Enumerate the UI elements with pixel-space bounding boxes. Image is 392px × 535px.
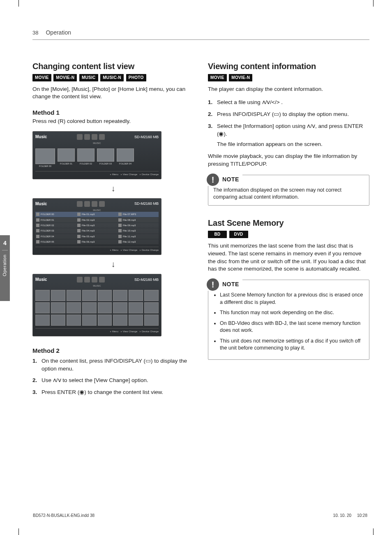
screenshot-view-grid: Music SD-M2160 MB MUSIC Menu View Change… bbox=[32, 274, 161, 336]
method1-title: Method 1 bbox=[32, 108, 194, 117]
grid-thumb bbox=[35, 290, 50, 301]
down-arrow-icon: ↓ bbox=[32, 183, 194, 194]
note-box-1: ! NOTE The information displayed on the … bbox=[208, 175, 369, 206]
left-column: Changing content list view MOVIE MOVIE-N… bbox=[32, 60, 194, 401]
note2-item: Last Scene Memory function for a previou… bbox=[220, 292, 364, 306]
sec1-step-2: Press INFO/DISPLAY (▭) to display the op… bbox=[208, 111, 369, 118]
footer-device: Device Change bbox=[140, 173, 159, 176]
note-icon: ! bbox=[207, 278, 219, 291]
side-tab: 4 Operation bbox=[0, 235, 10, 301]
method2-steps: On the content list, press INFO/DISPLAY … bbox=[32, 357, 194, 397]
side-tab-number: 4 bbox=[2, 239, 8, 250]
page-footer: BD572-N-BUSALLK-ENG.indd 38 10. 10. 20 1… bbox=[33, 513, 367, 519]
crop-mark-top bbox=[18, 0, 374, 7]
folder-thumb bbox=[58, 148, 75, 162]
note-label: NOTE bbox=[222, 176, 239, 184]
tab-sub: MUSIC bbox=[35, 141, 159, 145]
disk-label: SD-M2160 MB bbox=[134, 134, 159, 140]
screenshot-view-list: Music SD-M2160 MB MUSIC FOLDER 00File 01… bbox=[32, 198, 161, 255]
badge-bd: BD bbox=[208, 231, 227, 238]
sec1-after: While movie playback, you can display th… bbox=[208, 153, 369, 168]
sec1-step3-sub: The file information appears on the scre… bbox=[217, 141, 369, 148]
section-title-last-scene: Last Scene Memory bbox=[208, 217, 369, 229]
badge-movie-n: MOVIE-N bbox=[53, 74, 77, 81]
note2-list: Last Scene Memory function for a previou… bbox=[213, 292, 364, 352]
footer-file: BD572-N-BUSALLK-ENG.indd 38 bbox=[33, 513, 95, 519]
page-header: 38 Operation bbox=[32, 29, 369, 40]
badges-last-scene: BD DVD bbox=[208, 230, 369, 238]
sec1-intro: The player can display the content infor… bbox=[208, 86, 369, 93]
tab-icons bbox=[77, 134, 105, 140]
badge-movie: MOVIE bbox=[208, 74, 227, 81]
folder-thumb bbox=[117, 148, 134, 162]
crop-mark-bottom bbox=[18, 528, 374, 535]
sec1-step-1: Select a file using ᴧ/ᴠ/</> . bbox=[208, 99, 369, 107]
right-column: Viewing content information MOVIE MOVIE-… bbox=[208, 60, 369, 401]
method2-step-3: Press ENTER (◉) to change the content li… bbox=[32, 389, 194, 396]
badge-dvd: DVD bbox=[229, 231, 248, 238]
note-box-2: ! NOTE Last Scene Memory function for a … bbox=[208, 280, 369, 360]
page-number: 38 bbox=[32, 29, 38, 37]
intro-text: On the [Movie], [Music], [Photo] or [Hom… bbox=[32, 86, 194, 101]
badge-movie: MOVIE bbox=[32, 74, 51, 81]
badge-photo: PHOTO bbox=[126, 74, 146, 81]
note1-text: The information displayed on the screen … bbox=[213, 187, 364, 201]
sec1-step-3: Select the [Information] option using ᴧ/… bbox=[208, 123, 369, 148]
note2-item: This unit does not memorize settings of … bbox=[220, 338, 364, 352]
note-icon: ! bbox=[207, 174, 219, 186]
folder-thumb bbox=[77, 148, 95, 162]
footer-menu: Menu bbox=[110, 173, 118, 176]
note2-item: This function may not work depending on … bbox=[220, 309, 364, 317]
badges-changing-view: MOVIE MOVIE-N MUSIC MUSIC-N PHOTO bbox=[32, 74, 194, 81]
sec2-text: This unit memorizes the last scene from … bbox=[208, 242, 369, 273]
section-title-changing-view: Changing content list view bbox=[32, 60, 194, 72]
badge-music: MUSIC bbox=[79, 74, 98, 81]
method2-step-1: On the content list, press INFO/DISPLAY … bbox=[32, 357, 194, 373]
header-title: Operation bbox=[46, 29, 71, 37]
screen-title: Music bbox=[35, 134, 47, 140]
method2-title: Method 2 bbox=[32, 346, 194, 355]
footer-date: 10. 10. 20 bbox=[333, 513, 351, 518]
section-title-viewing-info: Viewing content information bbox=[208, 60, 369, 72]
badge-movie-n: MOVIE-N bbox=[229, 74, 252, 81]
footer-time: 10:28 bbox=[357, 513, 367, 518]
note-label: NOTE bbox=[222, 280, 239, 289]
badge-music-n: MUSIC-N bbox=[100, 74, 124, 81]
folder-thumb bbox=[97, 148, 114, 162]
folder-thumb bbox=[35, 148, 55, 164]
footer-viewchange: View Change bbox=[121, 173, 137, 176]
screenshot-view-thumbs: Music SD-M2160 MB MUSIC FOLDER 00 FOLDER… bbox=[32, 131, 161, 179]
note2-item: On BD-Video discs with BD-J, the last sc… bbox=[220, 320, 364, 334]
down-arrow-icon: ↓ bbox=[32, 258, 194, 270]
method1-text: Press red (R) colored button repeatedly. bbox=[32, 118, 194, 125]
method2-step-2: Use ᴧ/ᴠ to select the [View Change] opti… bbox=[32, 377, 194, 384]
badges-viewing-info: MOVIE MOVIE-N bbox=[208, 74, 369, 81]
sec1-steps: Select a file using ᴧ/ᴠ/</> . Press INFO… bbox=[208, 99, 369, 148]
side-tab-label: Operation bbox=[2, 255, 8, 276]
